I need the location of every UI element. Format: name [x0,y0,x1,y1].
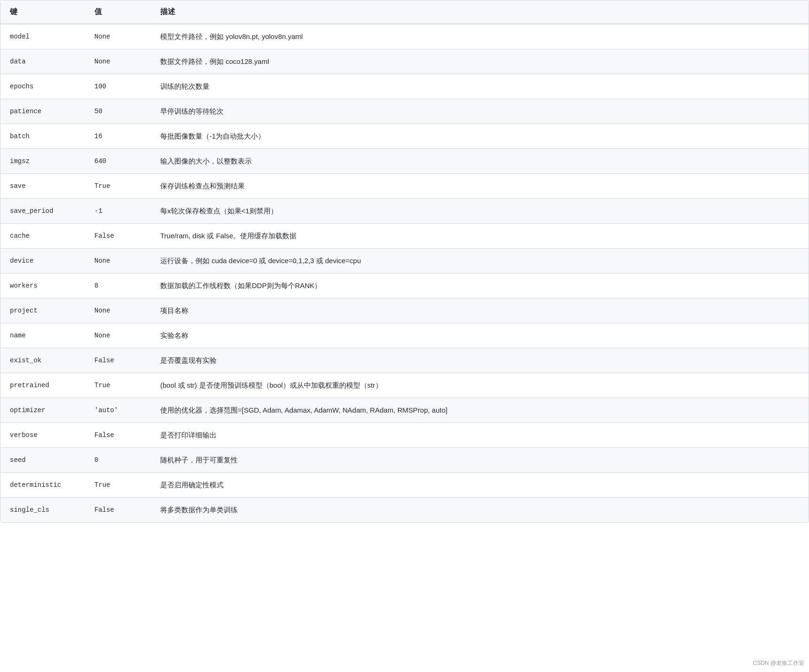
table-row: projectNone项目名称 [0,298,809,323]
cell-key: optimizer [0,398,85,423]
cell-value: 16 [85,124,151,149]
cell-key: save_period [0,199,85,224]
cell-value: False [85,348,151,373]
table-row: modelNone模型文件路径，例如 yolov8n.pt, yolov8n.y… [0,24,809,49]
cell-key: exist_ok [0,348,85,373]
col-header-key: 键 [0,0,85,24]
cell-value: None [85,323,151,348]
table-row: optimizer'auto'使用的优化器，选择范围=[SGD, Adam, A… [0,398,809,423]
cell-key: deterministic [0,473,85,498]
cell-desc: (bool 或 str) 是否使用预训练模型（bool）或从中加载权重的模型（s… [151,373,809,398]
cell-value: None [85,24,151,49]
table-row: verboseFalse是否打印详细输出 [0,423,809,448]
cell-key: pretrained [0,373,85,398]
params-table: 键 值 描述 modelNone模型文件路径，例如 yolov8n.pt, yo… [0,0,809,523]
cell-value: None [85,49,151,74]
cell-key: name [0,323,85,348]
cell-value: 640 [85,149,151,174]
cell-desc: 每x轮次保存检查点（如果<1则禁用） [151,199,809,224]
table-row: batch16每批图像数量（-1为自动批大小） [0,124,809,149]
cell-key: single_cls [0,498,85,523]
table-row: pretrainedTrue(bool 或 str) 是否使用预训练模型（boo… [0,373,809,398]
table-row: nameNone实验名称 [0,323,809,348]
cell-desc: 项目名称 [151,298,809,323]
cell-key: imgsz [0,149,85,174]
cell-desc: 数据加载的工作线程数（如果DDP则为每个RANK） [151,273,809,298]
cell-key: save [0,174,85,199]
table-row: cacheFalseTrue/ram, disk 或 False。使用缓存加载数… [0,224,809,249]
table-row: imgsz640输入图像的大小，以整数表示 [0,149,809,174]
cell-desc: 是否覆盖现有实验 [151,348,809,373]
table-row: dataNone数据文件路径，例如 coco128.yaml [0,49,809,74]
table-row: single_clsFalse将多类数据作为单类训练 [0,498,809,523]
table-row: seed0随机种子，用于可重复性 [0,448,809,473]
cell-value: True [85,174,151,199]
cell-desc: 将多类数据作为单类训练 [151,498,809,523]
cell-key: device [0,249,85,273]
cell-value: 50 [85,99,151,124]
cell-desc: 数据文件路径，例如 coco128.yaml [151,49,809,74]
table-row: deviceNone运行设备，例如 cuda device=0 或 device… [0,249,809,273]
table-row: deterministicTrue是否启用确定性模式 [0,473,809,498]
cell-value: False [85,423,151,448]
cell-desc: 输入图像的大小，以整数表示 [151,149,809,174]
cell-value: True [85,373,151,398]
cell-value: 100 [85,74,151,99]
cell-key: cache [0,224,85,249]
cell-key: seed [0,448,85,473]
cell-value: True [85,473,151,498]
cell-desc: 是否启用确定性模式 [151,473,809,498]
cell-desc: 随机种子，用于可重复性 [151,448,809,473]
cell-key: workers [0,273,85,298]
table-header-row: 键 值 描述 [0,0,809,24]
cell-value: 0 [85,448,151,473]
cell-value: -1 [85,199,151,224]
cell-key: verbose [0,423,85,448]
cell-value: None [85,298,151,323]
table-row: saveTrue保存训练检查点和预测结果 [0,174,809,199]
cell-desc: True/ram, disk 或 False。使用缓存加载数据 [151,224,809,249]
cell-desc: 早停训练的等待轮次 [151,99,809,124]
cell-desc: 实验名称 [151,323,809,348]
cell-desc: 保存训练检查点和预测结果 [151,174,809,199]
table-row: exist_okFalse是否覆盖现有实验 [0,348,809,373]
cell-desc: 运行设备，例如 cuda device=0 或 device=0,1,2,3 或… [151,249,809,273]
table-row: epochs100训练的轮次数量 [0,74,809,99]
cell-value: False [85,498,151,523]
cell-value: 8 [85,273,151,298]
cell-key: data [0,49,85,74]
cell-desc: 使用的优化器，选择范围=[SGD, Adam, Adamax, AdamW, N… [151,398,809,423]
cell-value: False [85,224,151,249]
cell-value: 'auto' [85,398,151,423]
cell-key: model [0,24,85,49]
cell-desc: 模型文件路径，例如 yolov8n.pt, yolov8n.yaml [151,24,809,49]
table-row: save_period-1每x轮次保存检查点（如果<1则禁用） [0,199,809,224]
cell-desc: 是否打印详细输出 [151,423,809,448]
table-row: workers8数据加载的工作线程数（如果DDP则为每个RANK） [0,273,809,298]
cell-key: patience [0,99,85,124]
cell-key: project [0,298,85,323]
cell-key: epochs [0,74,85,99]
col-header-value: 值 [85,0,151,24]
table-row: patience50早停训练的等待轮次 [0,99,809,124]
cell-desc: 训练的轮次数量 [151,74,809,99]
cell-value: None [85,249,151,273]
cell-key: batch [0,124,85,149]
col-header-desc: 描述 [151,0,809,24]
cell-desc: 每批图像数量（-1为自动批大小） [151,124,809,149]
